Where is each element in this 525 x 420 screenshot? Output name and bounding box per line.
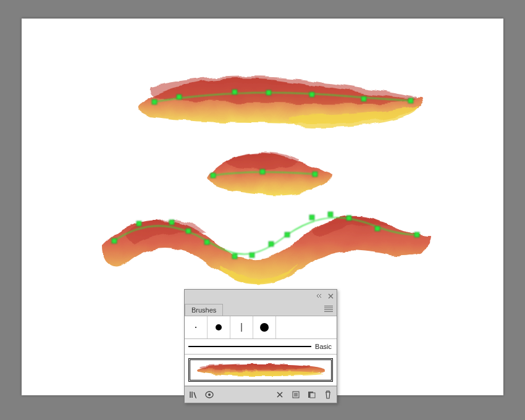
swatch-big-dot[interactable] <box>253 316 276 338</box>
svg-point-0 <box>195 327 196 328</box>
delete-icon[interactable] <box>323 390 333 400</box>
svg-rect-11 <box>310 393 315 398</box>
anchor-point[interactable] <box>232 254 237 259</box>
anchor-point[interactable] <box>232 90 237 94</box>
swatch-row <box>185 316 337 339</box>
anchor-point[interactable] <box>361 96 366 101</box>
anchor-point[interactable] <box>177 94 182 99</box>
remove-stroke-icon[interactable] <box>275 390 285 400</box>
anchor-point[interactable] <box>309 92 314 97</box>
svg-point-1 <box>216 324 222 330</box>
anchor-point[interactable] <box>313 172 317 177</box>
anchor-point[interactable] <box>375 226 380 231</box>
anchor-point[interactable] <box>204 240 209 245</box>
svg-point-3 <box>260 323 269 332</box>
collapse-icon[interactable] <box>316 292 323 300</box>
svg-point-5 <box>199 364 310 370</box>
panel-body: Basic <box>185 316 337 386</box>
anchor-point[interactable] <box>152 99 157 104</box>
brush-basic-row[interactable]: Basic <box>185 339 337 355</box>
brush-options-icon[interactable] <box>204 390 214 400</box>
anchor-point[interactable] <box>211 173 216 178</box>
anchor-point[interactable] <box>169 220 174 225</box>
anchor-point[interactable] <box>408 98 413 103</box>
anchor-point[interactable] <box>260 169 265 174</box>
anchor-point[interactable] <box>112 238 117 243</box>
swatch-med-dot[interactable] <box>208 316 230 338</box>
new-brush-icon[interactable] <box>307 390 317 400</box>
anchor-point[interactable] <box>136 221 141 226</box>
anchor-point[interactable] <box>414 232 419 237</box>
panel-titlebar[interactable] <box>185 290 337 302</box>
stroke-options-icon[interactable] <box>291 390 301 400</box>
basic-label: Basic <box>315 343 332 350</box>
svg-point-6 <box>224 371 322 376</box>
brush-preview-row[interactable] <box>185 355 337 386</box>
tab-brushes[interactable]: Brushes <box>185 304 223 316</box>
close-icon[interactable] <box>327 292 334 300</box>
anchor-point[interactable] <box>328 212 333 217</box>
anchor-point[interactable] <box>266 90 271 95</box>
panel-tabs: Brushes <box>185 302 337 316</box>
anchor-point[interactable] <box>309 215 314 220</box>
swatch-tiny-dot[interactable] <box>185 316 208 338</box>
anchor-point[interactable] <box>186 229 191 233</box>
panel-footer <box>185 386 337 403</box>
brushes-panel[interactable]: Brushes Basic <box>184 289 337 403</box>
brush-stroke-1[interactable] <box>138 76 423 127</box>
anchor-point[interactable] <box>285 232 290 237</box>
svg-point-8 <box>208 393 211 396</box>
anchor-point[interactable] <box>269 242 274 246</box>
anchor-point[interactable] <box>250 253 254 258</box>
basic-stroke-icon <box>188 346 311 347</box>
watercolor-brush-preview[interactable] <box>188 358 333 382</box>
swatch-thin-line[interactable] <box>230 316 253 338</box>
anchor-point[interactable] <box>346 216 351 220</box>
flyout-menu-icon[interactable] <box>323 304 334 313</box>
libraries-icon[interactable] <box>188 390 198 400</box>
